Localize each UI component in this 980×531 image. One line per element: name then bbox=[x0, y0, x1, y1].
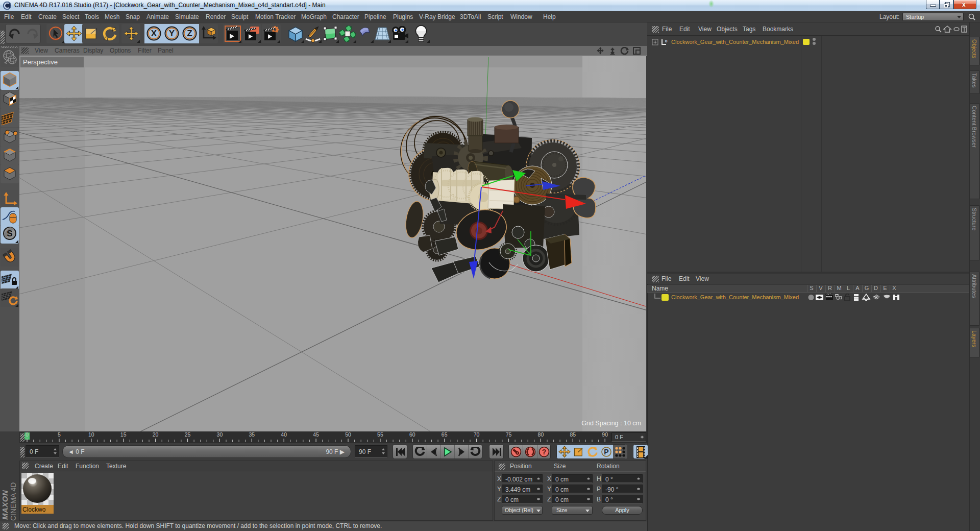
svg-text:0: 0 bbox=[26, 431, 29, 438]
svg-text:85: 85 bbox=[570, 431, 576, 438]
svg-text:75: 75 bbox=[506, 431, 512, 438]
svg-text:30: 30 bbox=[217, 431, 223, 438]
svg-text:Z: Z bbox=[187, 29, 192, 38]
svg-text:5: 5 bbox=[58, 431, 61, 438]
svg-text:10: 10 bbox=[88, 431, 94, 438]
svg-text:25: 25 bbox=[185, 431, 191, 438]
svg-text:40: 40 bbox=[281, 431, 287, 438]
svg-text:15: 15 bbox=[120, 431, 127, 438]
svg-text:80: 80 bbox=[538, 431, 544, 438]
svg-text:0: 0 bbox=[665, 39, 668, 43]
svg-text:?: ? bbox=[542, 448, 547, 456]
svg-text:90: 90 bbox=[602, 431, 608, 438]
svg-text:60: 60 bbox=[409, 431, 415, 438]
svg-text:50: 50 bbox=[345, 431, 351, 438]
svg-text:X: X bbox=[151, 29, 157, 38]
svg-text:S: S bbox=[7, 229, 12, 238]
svg-text:45: 45 bbox=[313, 431, 319, 438]
svg-text:P: P bbox=[604, 448, 608, 456]
svg-text:70: 70 bbox=[474, 431, 480, 438]
svg-text:Perspective: Perspective bbox=[23, 58, 58, 66]
svg-text:Grid Spacing : 10 cm: Grid Spacing : 10 cm bbox=[581, 420, 641, 427]
svg-text:55: 55 bbox=[377, 431, 383, 438]
svg-text:65: 65 bbox=[442, 431, 448, 438]
svg-text:Y: Y bbox=[169, 29, 175, 38]
svg-text:20: 20 bbox=[153, 431, 159, 438]
svg-text:35: 35 bbox=[249, 431, 255, 438]
